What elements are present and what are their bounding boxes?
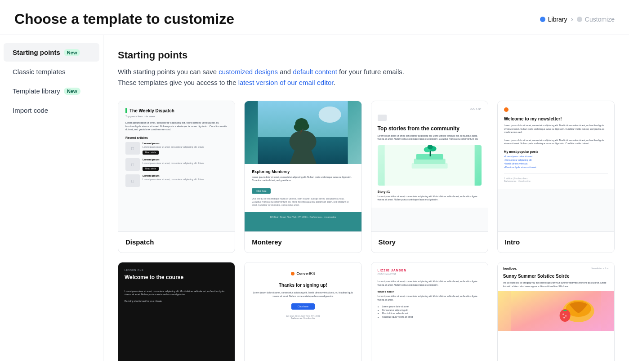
story-hero-svg (378, 145, 482, 186)
main-layout: Starting points New Classic templates Te… (0, 35, 629, 361)
svg-point-19 (559, 309, 570, 322)
dispatch-article-3: □ Lorem ipsum Lorem ipsum dolor sit amet… (125, 174, 228, 187)
intro-main-title: Welcome to my newsletter! (504, 116, 608, 121)
template-preview-welcome-course: LESSON ONE Welcome to the course Lorem i… (118, 262, 235, 361)
step-customize-dot (577, 17, 582, 22)
story-header: AUG 8, NY (378, 107, 482, 110)
template-card-welcome-course[interactable]: LESSON ONE Welcome to the course Lorem i… (118, 262, 235, 361)
intro-link-4: • Faucibus ligula viverra sit amet (504, 166, 608, 169)
svg-rect-1 (258, 137, 348, 164)
signup-logo-text: ConvertKit (296, 271, 315, 275)
desc-highlight-1: customized designs (219, 68, 278, 75)
section-title: Starting points (118, 49, 615, 61)
dispatch-article-2-text: Lorem ipsum Lorem ipsum dolor sit amet, … (143, 158, 228, 171)
template-name-dispatch: Dispatch (125, 238, 154, 246)
desc-text-2: and (278, 68, 293, 75)
dispatch-a1-btn[interactable]: Read article (143, 151, 159, 155)
dispatch-a1-body: Lorem ipsum dolor sit amet, consectetur … (143, 146, 228, 149)
monterey-footer: 123 Main Street, New York, NY 10001 · Pr… (245, 212, 361, 222)
sidebar-badge-template-library: New (64, 88, 80, 95)
template-card-footer-dispatch: Dispatch (118, 231, 235, 253)
template-card-intro[interactable]: Welcome to my newsletter! Lorem ipsum do… (497, 101, 615, 253)
template-card-dispatch[interactable]: The Weekly Dispatch Top posts from this … (118, 101, 235, 253)
desc-highlight-3: latest version of our email editor (238, 79, 334, 86)
sidebar-label-classic-templates: Classic templates (13, 68, 66, 75)
template-preview-dispatch: The Weekly Dispatch Top posts from this … (118, 101, 235, 231)
coach-list-item-3: Morbi ultrices vehicula est (382, 312, 482, 315)
monterey-content-title: Exploring Monterey (252, 169, 354, 174)
section-description-line1: With starting points you can save custom… (118, 67, 615, 88)
svg-point-21 (565, 315, 567, 317)
monterey-cta-btn[interactable]: Click here (252, 188, 271, 194)
header-steps: Library › Customize (540, 15, 615, 23)
template-preview-signup: ConvertKit Thanks for signing up! Lorem … (245, 262, 361, 361)
sidebar-item-classic-templates[interactable]: Classic templates (4, 62, 99, 81)
coach-body-1: Lorem ipsum dolor sit amet, consectetur … (378, 280, 482, 287)
template-card-footer-monterey: Monterey (245, 231, 361, 253)
dispatch-preview-subtitle: Top posts from this week (125, 115, 228, 118)
food-meta: Newsletter vol. nr (591, 267, 609, 270)
template-card-footer-story: Story (371, 231, 488, 253)
story-hero-image (378, 145, 482, 186)
intro-link-3: • Morbi ultrices vehicula (504, 162, 608, 165)
food-top: foodlove. Newsletter vol. nr Sunny Summe… (498, 262, 614, 291)
template-name-story: Story (379, 238, 396, 246)
step-library-label: Library (548, 16, 567, 23)
svg-point-20 (562, 314, 564, 315)
intro-footer-links: Preferences · Unsubscribe (504, 180, 608, 182)
dispatch-article-3-img: □ (125, 174, 140, 187)
food-inner: foodlove. Newsletter vol. nr Sunny Summe… (498, 262, 614, 361)
dispatch-inner-preview: The Weekly Dispatch Top posts from this … (118, 101, 235, 198)
template-card-monterey[interactable]: Exploring Monterey Lorem ipsum dolor sit… (244, 101, 361, 253)
dispatch-a2-body: Lorem ipsum dolor sit amet, consectetur … (143, 162, 228, 165)
content-area: Starting points With starting points you… (103, 35, 629, 361)
story-date: AUG 8, NY (470, 107, 482, 110)
story-main-title: Top stories from the community (378, 125, 482, 133)
dispatch-a2-title: Lorem ipsum (143, 158, 228, 161)
monterey-hero (245, 101, 361, 164)
image-icon: □ (131, 146, 134, 151)
coach-list: Lorem ipsum dolor sit amet Consectetur a… (378, 305, 482, 319)
story-inner: AUG 8, NY Top stories from the community… (371, 101, 488, 208)
signup-inner: ConvertKit Thanks for signing up! Lorem … (245, 262, 361, 361)
sidebar-item-template-library[interactable]: Template library New (4, 82, 99, 100)
story-logo (378, 115, 387, 121)
template-preview-story: AUG 8, NY Top stories from the community… (371, 101, 488, 231)
coach-name: LIZZIE JANSEN (378, 269, 482, 272)
templates-grid: The Weekly Dispatch Top posts from this … (118, 101, 615, 361)
dispatch-a2-btn[interactable]: Read article (143, 167, 159, 171)
food-hero-svg (498, 291, 614, 331)
coach-inner: LIZZIE JANSEN COACH & ARTIST Lorem ipsum… (371, 262, 488, 361)
intro-body-1: Lorem ipsum dolor sit amet, consectetur … (504, 124, 608, 134)
sidebar-item-import-code[interactable]: Import code (4, 101, 99, 120)
template-card-coach[interactable]: LIZZIE JANSEN COACH & ARTIST Lorem ipsum… (371, 262, 488, 361)
desc-text-4: . (333, 79, 335, 86)
template-card-food[interactable]: foodlove. Newsletter vol. nr Sunny Summe… (497, 262, 615, 361)
course-eyebrow: LESSON ONE (125, 269, 228, 271)
svg-point-7 (300, 122, 309, 130)
step-customize: Customize (577, 16, 615, 23)
dispatch-a1-title: Lorem ipsum (143, 142, 228, 145)
intro-inner: Welcome to my newsletter! Lorem ipsum do… (498, 101, 614, 189)
intro-link-2: • Consectetur adipiscing elit (504, 159, 608, 161)
intro-link-1: • Lorem ipsum dolor sit amet (504, 155, 608, 158)
dispatch-article-1-text: Lorem ipsum Lorem ipsum dolor sit amet, … (143, 142, 228, 155)
sidebar-label-template-library: Template library (13, 87, 60, 95)
template-card-signup[interactable]: ConvertKit Thanks for signing up! Lorem … (244, 262, 361, 361)
signup-cta-btn[interactable]: Click here (291, 303, 315, 310)
template-card-story[interactable]: AUG 8, NY Top stories from the community… (371, 101, 488, 253)
dispatch-article-3-text: Lorem ipsum Lorem ipsum dolor sit amet, … (143, 174, 228, 183)
sidebar-label-import-code: Import code (13, 107, 48, 114)
desc-text-1: With starting points you can save (118, 68, 219, 75)
sidebar: Starting points New Classic templates Te… (0, 35, 103, 361)
dispatch-article-2: □ Lorem ipsum Lorem ipsum dolor sit amet… (125, 158, 228, 171)
intro-divider (504, 173, 608, 173)
monterey-footer-text: 123 Main Street, New York, NY 10001 · Pr… (252, 216, 354, 218)
intro-body-2: Lorem ipsum dolor sit amet, consectetur … (504, 139, 608, 146)
signup-logo: ConvertKit (291, 271, 315, 275)
food-hero-image (498, 291, 614, 331)
sidebar-item-starting-points[interactable]: Starting points New (4, 43, 99, 62)
image-icon-2: □ (131, 162, 134, 167)
step-library: Library (540, 16, 567, 23)
coach-section-label: What's next? (378, 290, 482, 293)
